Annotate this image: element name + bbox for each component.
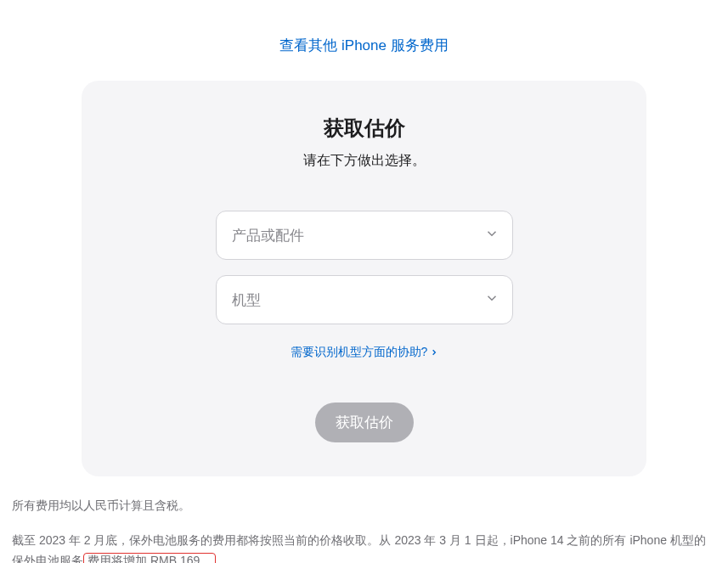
top-link-wrapper: 查看其他 iPhone 服务费用 (8, 0, 720, 81)
price-increase-highlight: 费用将增加 RMB 169。 (83, 553, 216, 563)
model-select[interactable]: 机型 (216, 275, 513, 324)
other-services-link[interactable]: 查看其他 iPhone 服务费用 (279, 37, 448, 53)
footer-notes: 所有费用均以人民币计算且含税。 截至 2023 年 2 月底，保外电池服务的费用… (8, 498, 720, 563)
chevron-right-icon (431, 349, 437, 356)
identify-model-help-link[interactable]: 需要识别机型方面的协助? (291, 345, 438, 360)
card-title: 获取估价 (116, 115, 612, 142)
card-subtitle: 请在下方做出选择。 (116, 152, 612, 170)
model-select-wrapper: 机型 (216, 275, 513, 324)
product-select[interactable]: 产品或配件 (216, 211, 513, 260)
product-select-wrapper: 产品或配件 (216, 211, 513, 260)
footer-price-note: 截至 2023 年 2 月底，保外电池服务的费用都将按照当前的价格收取。从 20… (12, 531, 716, 563)
footer-tax-note: 所有费用均以人民币计算且含税。 (12, 498, 716, 514)
help-link-label: 需要识别机型方面的协助? (291, 345, 428, 360)
get-estimate-button[interactable]: 获取估价 (315, 403, 414, 442)
estimate-card: 获取估价 请在下方做出选择。 产品或配件 机型 需要识别机型方面的协助? 获取估… (82, 81, 646, 476)
